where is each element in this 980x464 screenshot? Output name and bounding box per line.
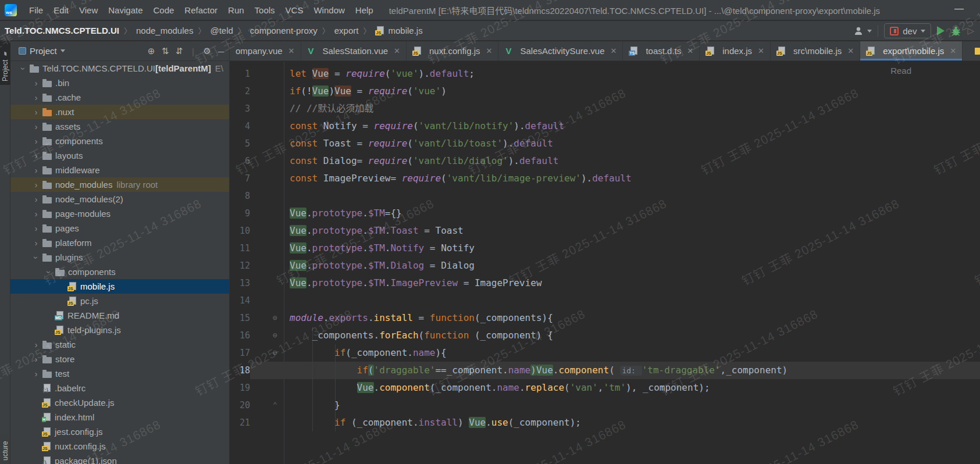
tree-item-test[interactable]: ›test: [10, 366, 229, 381]
tree-item-page-modules[interactable]: ›page-modules: [10, 206, 229, 221]
chevron-icon[interactable]: ›: [30, 108, 42, 117]
tree-item-components[interactable]: ›components: [10, 265, 229, 279]
editor-tab[interactable]: VSalesStation.vue✕: [301, 41, 407, 60]
breadcrumb-item[interactable]: node_modules: [136, 26, 193, 35]
chevron-icon[interactable]: ›: [30, 355, 42, 364]
gear-icon[interactable]: ⚙: [200, 46, 214, 56]
menu-tools[interactable]: Tools: [250, 5, 280, 15]
tree-item-jest-config-js[interactable]: JSjest.config.js: [10, 424, 229, 439]
tree-item-checkupdate-js[interactable]: JScheckUpdate.js: [10, 395, 229, 410]
locate-file-icon[interactable]: ⊕: [144, 46, 158, 56]
close-icon[interactable]: ✕: [611, 47, 617, 55]
tree-item--bin[interactable]: ›.bin: [10, 76, 229, 90]
hide-panel-icon[interactable]: ─: [214, 47, 228, 56]
breadcrumb-item[interactable]: component-proxy: [250, 26, 318, 35]
editor-tab[interactable]: VSalesActivitySure.vue✕: [498, 41, 623, 60]
fold-marker-icon[interactable]: ⊖: [270, 309, 280, 327]
minimize-button[interactable]: —: [954, 3, 964, 14]
tree-item-teld-plugins-js[interactable]: JSteld-plugins.js: [10, 323, 229, 337]
collapse-all-icon[interactable]: ⇵: [172, 46, 186, 56]
chevron-icon[interactable]: ›: [30, 122, 42, 131]
chevron-icon[interactable]: ›: [31, 252, 41, 263]
tree-item-node-modules-2-[interactable]: ›node_modules(2): [10, 192, 229, 206]
menu-edit[interactable]: Edit: [48, 5, 74, 15]
tree-item-index-html[interactable]: Hindex.html: [10, 410, 229, 424]
tree-item-middleware[interactable]: ›middleware: [10, 163, 229, 177]
menu-navigate[interactable]: Navigate: [103, 5, 148, 15]
code-token: $TM: [368, 225, 385, 236]
tree-item-package-1-json[interactable]: {}package(1).json: [10, 454, 229, 464]
menu-help[interactable]: Help: [350, 5, 379, 15]
fold-marker-icon[interactable]: ⌃: [270, 397, 280, 414]
menu-code[interactable]: Code: [148, 5, 179, 15]
run-configuration-select[interactable]: dev: [884, 23, 931, 38]
project-panel-title[interactable]: Project: [30, 46, 57, 56]
menu-run[interactable]: Run: [223, 5, 250, 15]
tree-item--cache[interactable]: ›.cache: [10, 90, 229, 105]
debug-button[interactable]: [950, 26, 961, 36]
tree-item-plateform[interactable]: ›plateform: [10, 235, 229, 250]
chevron-icon[interactable]: ›: [30, 78, 42, 88]
tree-item-plugins[interactable]: ›plugins: [10, 250, 229, 265]
breadcrumb-item[interactable]: mobile.js: [388, 26, 422, 35]
expand-all-icon[interactable]: ⇅: [158, 46, 172, 56]
menu-window[interactable]: Window: [308, 5, 350, 15]
chevron-icon[interactable]: ›: [30, 209, 42, 219]
editor-tab[interactable]: ompany.vue✕: [230, 41, 301, 60]
chevron-icon[interactable]: ›: [30, 195, 42, 204]
editor-tab[interactable]: JSexport\mobile.js✕: [860, 41, 963, 60]
close-icon[interactable]: ✕: [950, 47, 956, 55]
editor-tab[interactable]: JSsrc\mobile.js✕: [771, 41, 860, 60]
menu-file[interactable]: File: [24, 5, 48, 15]
tree-item-readme-md[interactable]: MDREADME.md: [10, 308, 229, 323]
fold-marker-icon[interactable]: ⊖: [270, 344, 280, 362]
menu-view[interactable]: View: [74, 5, 103, 15]
fold-marker-icon[interactable]: ⊖: [270, 327, 280, 344]
close-icon[interactable]: ✕: [394, 47, 400, 55]
breadcrumb-item[interactable]: Teld.TOC.NMCS.CPTELD.UI: [5, 26, 119, 35]
menu-refactor[interactable]: Refactor: [179, 5, 223, 15]
close-icon[interactable]: ✕: [687, 47, 693, 55]
tree-item-static[interactable]: ›static: [10, 337, 229, 352]
sidebar-item-project[interactable]: Project ▰: [0, 41, 10, 85]
run-button[interactable]: [937, 26, 945, 35]
chevron-icon[interactable]: ›: [19, 63, 28, 74]
editor-tab[interactable]: JSindex.js✕: [700, 41, 771, 60]
tree-item-assets[interactable]: ›assets: [10, 119, 229, 134]
chevron-icon[interactable]: ›: [30, 340, 42, 349]
chevron-icon[interactable]: ›: [30, 166, 42, 175]
chevron-icon[interactable]: ›: [30, 238, 42, 248]
tree-item--babelrc[interactable]: {;}.babelrc: [10, 381, 229, 395]
chevron-icon[interactable]: ›: [30, 137, 42, 146]
close-icon[interactable]: ✕: [288, 47, 295, 55]
tree-item-teld-toc-nmcs-cpteld-ui[interactable]: ›Teld.TOC.NMCS.CPTELD.UI [teldParentM] E…: [10, 61, 229, 76]
tree-item-nuxt-config-js[interactable]: JSnuxt.config.js: [10, 439, 229, 454]
chevron-down-icon[interactable]: [60, 49, 65, 52]
chevron-icon[interactable]: ›: [30, 224, 42, 233]
chevron-icon[interactable]: ›: [30, 180, 42, 190]
editor-tab[interactable]: JSnuxt.config.js✕: [407, 41, 498, 60]
chevron-icon[interactable]: ›: [30, 151, 42, 160]
tree-item-components[interactable]: ›components: [10, 134, 229, 148]
sidebar-item-structure[interactable]: ucture: [0, 434, 10, 464]
tree-item--nuxt[interactable]: ›.nuxt: [10, 105, 229, 119]
close-icon[interactable]: ✕: [847, 47, 854, 55]
tree-item-node-modules[interactable]: ›node_moduleslibrary root: [10, 177, 229, 192]
menu-vcs[interactable]: VCS: [280, 5, 309, 15]
breadcrumb-item[interactable]: export: [334, 26, 359, 35]
chevron-icon[interactable]: ›: [30, 369, 42, 379]
breadcrumb-item[interactable]: @teld: [210, 26, 233, 35]
tree-item-store[interactable]: ›store: [10, 352, 229, 366]
tree-item-layouts[interactable]: ›layouts: [10, 148, 229, 163]
tree-item-mobile-js[interactable]: JSmobile.js: [10, 279, 229, 294]
tree-item-pages[interactable]: ›pages: [10, 221, 229, 235]
close-icon[interactable]: ✕: [486, 47, 493, 55]
tree-item-pc-js[interactable]: JSpc.js: [10, 294, 229, 308]
editor-tab[interactable]: TStoast.d.ts✕: [623, 41, 700, 60]
user-icon[interactable]: [854, 26, 872, 35]
chevron-icon[interactable]: ›: [44, 266, 54, 278]
close-icon[interactable]: ✕: [758, 47, 764, 55]
chevron-icon[interactable]: ›: [30, 93, 42, 102]
code-editor[interactable]: 1let Vue = require('vue').default;2if(!V…: [230, 62, 980, 464]
profiler-button[interactable]: ▷: [967, 26, 974, 36]
